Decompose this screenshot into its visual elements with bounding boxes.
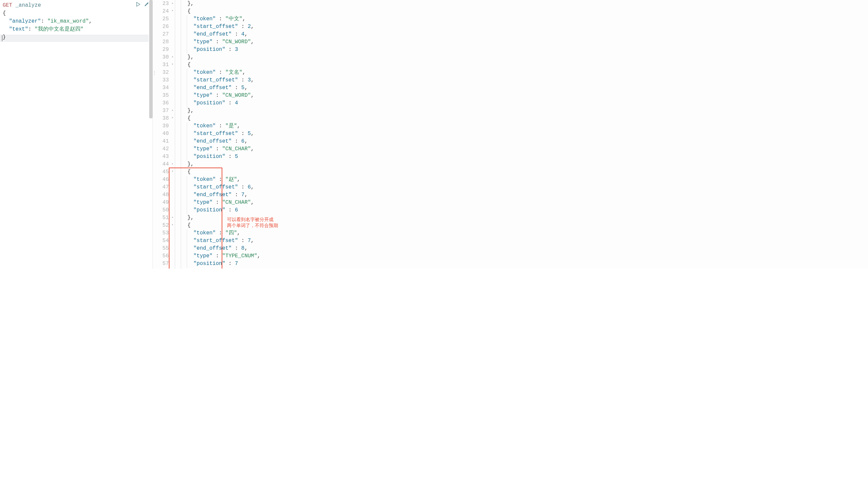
line-number: 43 bbox=[154, 153, 170, 160]
line-content: "position" : 3 bbox=[193, 46, 238, 54]
indent-guides bbox=[175, 268, 187, 269]
request-body[interactable]: GET _analyze { "analyzer": "ik_max_word"… bbox=[0, 0, 153, 42]
line-content: "position" : 4 bbox=[193, 99, 238, 107]
line-number: 48 bbox=[154, 191, 170, 199]
fold-toggle-icon bbox=[170, 76, 175, 78]
indent-guides bbox=[175, 46, 193, 54]
fold-toggle-icon[interactable]: ▴ bbox=[170, 0, 175, 6]
indent-guides bbox=[175, 38, 193, 46]
response-line: 48"end_offset" : 7, bbox=[154, 191, 868, 199]
indent-guides bbox=[175, 153, 193, 160]
fold-toggle-icon[interactable]: ▴ bbox=[170, 160, 175, 166]
response-line: 55"end_offset" : 8, bbox=[154, 245, 868, 252]
line-number: 26 bbox=[154, 23, 170, 31]
request-editor-pane[interactable]: GET _analyze { "analyzer": "ik_max_word"… bbox=[0, 0, 153, 269]
editor-actions bbox=[135, 1, 149, 7]
indent-guides bbox=[175, 0, 187, 8]
line-number: 50 bbox=[154, 207, 170, 214]
fold-toggle-icon[interactable]: ▾ bbox=[170, 222, 175, 228]
line-number: 51 bbox=[154, 214, 170, 222]
fold-toggle-icon[interactable]: ▴ bbox=[170, 54, 175, 60]
response-line: 50"position" : 6 bbox=[154, 207, 868, 214]
response-line: 37▴}, bbox=[154, 107, 868, 115]
indent-guides bbox=[175, 122, 193, 130]
fold-toggle-icon[interactable]: ▾ bbox=[170, 115, 175, 121]
line-content: "end_offset" : 6, bbox=[193, 137, 248, 145]
fold-toggle-icon bbox=[170, 92, 175, 93]
line-number: 46 bbox=[154, 176, 170, 184]
fold-toggle-icon bbox=[170, 260, 175, 261]
line-content: "type" : "CN_WORD", bbox=[193, 38, 254, 46]
line-number: 29 bbox=[154, 46, 170, 54]
indent-guides bbox=[175, 61, 187, 69]
line-content: "end_offset" : 5, bbox=[193, 84, 248, 92]
line-content: "end_offset" : 8, bbox=[193, 245, 248, 252]
indent-guides bbox=[175, 84, 193, 92]
line-number: 54 bbox=[154, 237, 170, 245]
indent-guides bbox=[175, 99, 193, 107]
fold-toggle-icon bbox=[170, 245, 175, 246]
line-number: 58 bbox=[154, 268, 170, 269]
line-number: 56 bbox=[154, 252, 170, 260]
response-line: 56"type" : "TYPE_CNUM", bbox=[154, 252, 868, 260]
response-line: 23▴}, bbox=[154, 0, 868, 8]
indent-guides bbox=[175, 191, 193, 199]
response-line: 57"position" : 7 bbox=[154, 260, 868, 268]
fold-toggle-icon bbox=[170, 122, 175, 123]
line-number: 42 bbox=[154, 145, 170, 153]
indent-guides bbox=[175, 168, 187, 176]
line-content: "type" : "TYPE_CNUM", bbox=[193, 252, 260, 260]
response-line: 26"start_offset" : 2, bbox=[154, 23, 868, 31]
fold-toggle-icon bbox=[170, 46, 175, 47]
indent-guides bbox=[175, 76, 193, 84]
response-line: 35"type" : "CN_WORD", bbox=[154, 92, 868, 99]
fold-toggle-icon[interactable]: ▾ bbox=[170, 8, 175, 13]
line-content: }, bbox=[187, 0, 194, 8]
response-line: 25"token" : "中文", bbox=[154, 15, 868, 23]
line-content: "end_offset" : 4, bbox=[193, 31, 248, 38]
line-content: "start_offset" : 3, bbox=[193, 76, 254, 84]
line-content: "position" : 7 bbox=[193, 260, 238, 268]
indent-guides bbox=[175, 237, 193, 245]
line-content: { bbox=[187, 222, 191, 229]
fold-toggle-icon bbox=[170, 31, 175, 32]
fold-toggle-icon bbox=[170, 145, 175, 146]
line-content: { bbox=[187, 8, 191, 15]
line-number: 25 bbox=[154, 15, 170, 23]
pane-resize-handle[interactable]: ⋮ bbox=[153, 72, 155, 81]
fold-toggle-icon[interactable]: ▴ bbox=[170, 268, 175, 269]
fold-toggle-icon[interactable]: ▾ bbox=[170, 168, 175, 174]
indent-guides bbox=[175, 23, 193, 31]
fold-toggle-icon bbox=[170, 199, 175, 200]
line-content: }, bbox=[187, 160, 194, 168]
fold-toggle-icon[interactable]: ▴ bbox=[170, 214, 175, 220]
line-content: "token" : "四", bbox=[193, 229, 240, 237]
response-line: 43"position" : 5 bbox=[154, 153, 868, 160]
response-line: 29"position" : 3 bbox=[154, 46, 868, 54]
response-line: 46"token" : "赵", bbox=[154, 176, 868, 184]
endpoint: _analyze bbox=[15, 2, 41, 8]
indent-guides bbox=[175, 54, 187, 61]
response-line: 47"start_offset" : 6, bbox=[154, 184, 868, 191]
http-method: GET bbox=[3, 2, 12, 8]
scrollbar[interactable] bbox=[149, 0, 153, 118]
line-content: "token" : "中文", bbox=[193, 15, 246, 23]
fold-toggle-icon[interactable]: ▾ bbox=[170, 61, 175, 67]
line-number: 49 bbox=[154, 199, 170, 207]
indent-guides bbox=[175, 260, 193, 268]
run-icon[interactable] bbox=[135, 1, 141, 7]
fold-toggle-icon bbox=[170, 252, 175, 253]
line-number: 44 bbox=[154, 160, 170, 168]
indent-guides bbox=[175, 214, 187, 222]
line-number: 30 bbox=[154, 54, 170, 61]
response-line: 34"end_offset" : 5, bbox=[154, 84, 868, 92]
line-content: "type" : "CN_CHAR", bbox=[193, 145, 254, 153]
response-line: 54"start_offset" : 7, bbox=[154, 237, 868, 245]
indent-guides bbox=[175, 176, 193, 184]
line-content: "start_offset" : 2, bbox=[193, 23, 254, 31]
response-viewer-pane[interactable]: ⋮ 23▴},24▾{25"token" : "中文",26"start_off… bbox=[153, 0, 868, 269]
fold-toggle-icon[interactable]: ▴ bbox=[170, 107, 175, 113]
wrench-icon[interactable] bbox=[143, 1, 149, 7]
response-line: 42"type" : "CN_CHAR", bbox=[154, 145, 868, 153]
line-content: "position" : 6 bbox=[193, 207, 238, 214]
